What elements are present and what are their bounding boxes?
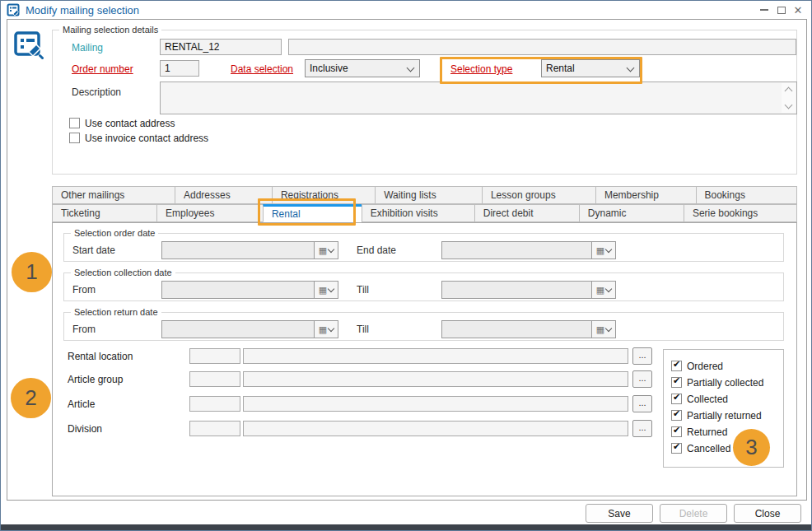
tab-addresses[interactable]: Addresses (175, 186, 273, 204)
division-label: Division (68, 423, 102, 435)
tab-exhibition-visits[interactable]: Exhibition visits (362, 204, 475, 222)
calendar-dropdown-button[interactable]: ▦ (314, 242, 338, 259)
checkbox-label: Use contact address (85, 118, 175, 129)
minimize-icon[interactable] (757, 3, 772, 16)
calendar-dropdown-button[interactable]: ▦ (591, 282, 615, 298)
calendar-icon: ▦ (596, 286, 604, 295)
checkbox-box: ✔ (69, 133, 80, 143)
status-cancelled-checkbox[interactable]: ✔ Cancelled (671, 442, 730, 454)
tab-direct-debit[interactable]: Direct debit (474, 204, 580, 222)
tab-ticketing[interactable]: Ticketing (52, 204, 157, 222)
group-legend: Selection order date (71, 228, 158, 238)
data-selection-dropdown[interactable]: Inclusive (305, 59, 420, 77)
tab-lesson-groups[interactable]: Lesson groups (482, 186, 596, 204)
check-mark-icon: ✔ (673, 392, 680, 403)
checkbox-label: Returned (687, 426, 727, 438)
status-collected-checkbox[interactable]: ✔ Collected (671, 393, 728, 405)
tab-serie-bookings[interactable]: Serie bookings (684, 204, 797, 222)
description-scrollbar[interactable] (782, 83, 796, 113)
article-label: Article (68, 398, 95, 410)
tab-employees[interactable]: Employees (156, 204, 264, 222)
status-returned-checkbox[interactable]: ✔ Returned (671, 426, 727, 438)
description-label: Description (72, 86, 121, 98)
order-number-field[interactable]: 1 (160, 60, 199, 77)
tab-other-mailings[interactable]: Other mailings (52, 186, 175, 204)
return-till-picker[interactable]: ▦ (441, 320, 616, 338)
end-date-picker[interactable]: ▦ (441, 241, 616, 259)
article-group-code-field[interactable] (189, 371, 240, 387)
calendar-dropdown-button[interactable]: ▦ (591, 321, 615, 338)
collection-till-picker[interactable]: ▦ (441, 281, 616, 299)
checkbox-label: Cancelled (687, 443, 730, 454)
article-group-browse-button[interactable]: ... (632, 370, 652, 388)
selection-return-date-group: Selection return date From ▦ Till ▦ (63, 307, 784, 341)
maximize-icon[interactable] (774, 3, 789, 16)
description-field[interactable] (160, 82, 797, 114)
checkbox-box: ✔ (671, 426, 682, 437)
division-code-field[interactable] (189, 421, 240, 436)
mailing-code-field[interactable]: RENTAL_12 (160, 39, 282, 55)
checkbox-label: Partially returned (687, 410, 762, 422)
tab-waiting-lists[interactable]: Waiting lists (375, 186, 483, 204)
window-bottom-edge (1, 524, 811, 530)
check-mark-icon: ✔ (673, 359, 680, 370)
tab-membership[interactable]: Membership (595, 186, 697, 204)
article-browse-button[interactable]: ... (632, 395, 652, 412)
division-browse-button[interactable]: ... (632, 420, 652, 437)
rental-location-browse-button[interactable]: ... (632, 347, 652, 365)
division-name-field[interactable] (243, 421, 628, 436)
calendar-icon: ▦ (319, 325, 327, 334)
rental-tab-panel: Selection order date Start date ▦ End da… (52, 222, 797, 496)
collection-from-picker[interactable]: ▦ (161, 281, 338, 299)
group-legend: Selection return date (71, 307, 161, 317)
tab-registrations[interactable]: Registrations (272, 186, 376, 204)
main-panel: Mailing selection details Mailing RENTAL… (7, 19, 807, 501)
status-ordered-checkbox[interactable]: ✔ Ordered (671, 360, 723, 372)
scroll-down-icon[interactable] (785, 101, 793, 109)
selection-order-date-group: Selection order date Start date ▦ End da… (63, 228, 784, 262)
checkbox-label: Collected (687, 394, 728, 405)
use-invoice-contact-address-checkbox[interactable]: ✔ Use invoice contact address (69, 132, 208, 144)
calendar-dropdown-button[interactable]: ▦ (591, 242, 615, 259)
selection-type-dropdown[interactable]: Rental (541, 59, 640, 77)
tab-bookings[interactable]: Bookings (696, 186, 797, 204)
chevron-down-icon (328, 246, 334, 253)
mailing-name-field[interactable] (288, 39, 796, 55)
close-button[interactable]: Close (734, 504, 801, 523)
chevron-down-icon (605, 246, 612, 253)
use-contact-address-checkbox[interactable]: ✔ Use contact address (69, 117, 175, 129)
scroll-up-icon[interactable] (785, 87, 793, 95)
check-mark-icon: ✔ (673, 408, 680, 419)
tab-dynamic[interactable]: Dynamic (579, 204, 684, 222)
start-date-label: Start date (72, 245, 115, 256)
rental-location-name-field[interactable] (243, 348, 628, 364)
rental-location-code-field[interactable] (189, 348, 240, 364)
article-group-name-field[interactable] (243, 371, 628, 387)
calendar-dropdown-button[interactable]: ▦ (314, 321, 338, 338)
selection-type-label: Selection type (450, 63, 512, 75)
calendar-dropdown-button[interactable]: ▦ (314, 282, 338, 298)
window-title: Modify mailing selection (26, 4, 139, 16)
checkbox-box: ✔ (671, 377, 682, 388)
save-button[interactable]: Save (586, 504, 653, 523)
tab-rental[interactable]: Rental (263, 204, 362, 222)
rental-location-label: Rental location (68, 351, 133, 362)
mailing-edit-icon (12, 30, 44, 61)
checkbox-box: ✔ (671, 410, 682, 421)
selection-type-value: Rental (546, 63, 575, 74)
check-mark-icon: ✔ (673, 375, 680, 386)
form-edit-icon (7, 3, 20, 16)
chevron-down-icon (605, 325, 612, 332)
article-code-field[interactable] (189, 396, 240, 412)
checkbox-box: ✔ (671, 443, 682, 454)
article-name-field[interactable] (243, 396, 628, 412)
status-partially-returned-checkbox[interactable]: ✔ Partially returned (671, 409, 762, 422)
collection-from-label: From (72, 284, 96, 296)
chevron-down-icon (328, 325, 334, 332)
start-date-picker[interactable]: ▦ (161, 241, 338, 259)
status-partially-collected-checkbox[interactable]: ✔ Partially collected (671, 376, 763, 389)
tab-row-1: Other mailings Addresses Registrations W… (52, 186, 797, 204)
close-icon[interactable]: ✕ (791, 3, 805, 16)
return-from-picker[interactable]: ▦ (161, 320, 338, 338)
collection-till-label: Till (357, 284, 369, 296)
